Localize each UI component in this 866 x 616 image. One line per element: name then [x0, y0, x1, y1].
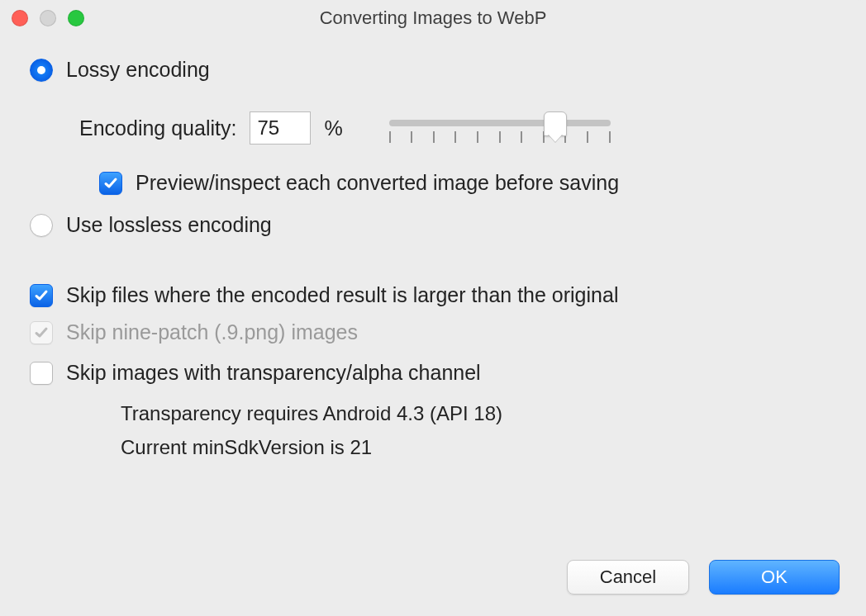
- slider-ticks: [389, 131, 611, 143]
- quality-row: Encoding quality: %: [79, 110, 836, 146]
- dialog-content: Lossy encoding Encoding quality: % Previ…: [0, 36, 866, 462]
- quality-label: Encoding quality:: [79, 116, 236, 140]
- lossless-encoding-radio[interactable]: [30, 214, 53, 237]
- lossless-encoding-row: Use lossless encoding: [30, 213, 836, 237]
- skip-ninepatch-row: Skip nine-patch (.9.png) images: [30, 320, 836, 344]
- window-title: Converting Images to WebP: [0, 7, 866, 29]
- skip-ninepatch-checkbox: [30, 321, 53, 344]
- minimize-icon: [40, 10, 56, 26]
- ok-button-label: OK: [761, 566, 787, 588]
- window-controls: [12, 10, 84, 26]
- skip-alpha-checkbox[interactable]: [30, 362, 53, 385]
- titlebar: Converting Images to WebP: [0, 0, 866, 36]
- alpha-note-2: Current minSdkVersion is 21: [121, 432, 836, 462]
- lossless-encoding-label: Use lossless encoding: [66, 213, 272, 237]
- slider-thumb[interactable]: [544, 111, 567, 136]
- preview-checkbox[interactable]: [99, 172, 122, 195]
- skip-larger-label: Skip files where the encoded result is l…: [66, 283, 618, 307]
- cancel-button[interactable]: Cancel: [567, 560, 689, 595]
- skip-alpha-row: Skip images with transparency/alpha chan…: [30, 361, 836, 385]
- cancel-button-label: Cancel: [600, 566, 656, 588]
- lossy-encoding-radio[interactable]: [30, 59, 53, 82]
- alpha-note-1: Transparency requires Android 4.3 (API 1…: [121, 398, 836, 429]
- skip-ninepatch-label: Skip nine-patch (.9.png) images: [66, 320, 358, 344]
- dialog-window: Converting Images to WebP Lossy encoding…: [0, 0, 866, 616]
- quality-input[interactable]: [250, 111, 311, 145]
- preview-row: Preview/inspect each converted image bef…: [99, 171, 836, 195]
- preview-label: Preview/inspect each converted image bef…: [136, 171, 619, 195]
- skip-larger-row: Skip files where the encoded result is l…: [30, 283, 836, 307]
- lossy-encoding-row: Lossy encoding: [30, 58, 836, 82]
- skip-alpha-label: Skip images with transparency/alpha chan…: [66, 361, 481, 385]
- slider-track: [389, 120, 611, 126]
- skip-larger-checkbox[interactable]: [30, 284, 53, 307]
- quality-unit: %: [324, 116, 342, 140]
- dialog-footer: Cancel OK: [567, 560, 840, 595]
- close-icon[interactable]: [12, 10, 28, 26]
- lossy-encoding-label: Lossy encoding: [66, 58, 210, 82]
- quality-slider[interactable]: [389, 110, 611, 146]
- zoom-icon[interactable]: [68, 10, 84, 26]
- ok-button[interactable]: OK: [709, 560, 840, 595]
